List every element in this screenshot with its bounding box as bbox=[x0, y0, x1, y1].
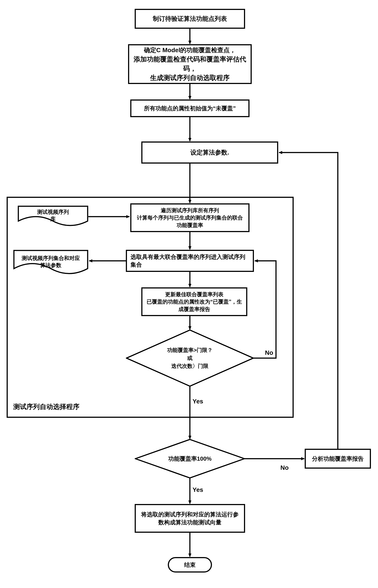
label-d2-yes: Yes bbox=[192, 486, 203, 493]
n5-text: 遍历测试序列库所有序列 计算每个序列与已生成的测试序列集合的联合功能覆盖率 bbox=[135, 207, 245, 229]
n2-line-1: 添加功能覆盖检查代码和覆盖率评估代码， bbox=[133, 55, 247, 73]
node-update-report: 更新最佳联合覆盖率列表 已覆盖的功能点的属性改为“已覆盖”，生成覆盖率报告 bbox=[141, 287, 247, 316]
n2-line-0: 确定C Model的功能覆盖检查点， bbox=[133, 46, 247, 54]
container-label: 测试序列自动选择程序 bbox=[13, 402, 80, 411]
n5-line-0: 遍历测试序列库所有序列 bbox=[135, 207, 245, 214]
terminator-end: 结束 bbox=[168, 557, 212, 573]
node-build-vector: 将选取的测试序列和对应的算法运行参数构成算法功能测试向量 bbox=[135, 504, 245, 533]
node-make-list: 制订待验证算法功能点列表 bbox=[135, 9, 245, 29]
doc-sequence-set: 测试视频序列集合和对应算法参数 bbox=[13, 250, 88, 276]
d1-line-0: 功能覆盖率>门限？ bbox=[167, 346, 213, 354]
label-d2-no: No bbox=[280, 464, 289, 471]
node-cmodel-text: 确定C Model的功能覆盖检查点， 添加功能覆盖检查代码和覆盖率评估代码， 生… bbox=[133, 46, 247, 82]
doc1-text: 测试视频序列库 bbox=[35, 208, 71, 223]
decision-threshold: 功能覆盖率>门限？ 或 迭代次数〉门限 bbox=[126, 329, 254, 387]
label-d1-yes: Yes bbox=[192, 398, 203, 405]
decision-100pct: 功能覆盖率100% bbox=[135, 439, 245, 479]
n2-line-2: 生成测试序列自动选取程序 bbox=[133, 73, 247, 83]
node-analyze-report: 分析功能覆盖率报告 bbox=[305, 449, 371, 469]
n7-text: 更新最佳联合覆盖率列表 已覆盖的功能点的属性改为“已覆盖”，生成覆盖率报告 bbox=[146, 291, 243, 313]
n7-line-0: 更新最佳联合覆盖率列表 bbox=[146, 291, 243, 298]
doc2-text: 测试视频序列集合和对应算法参数 bbox=[20, 255, 82, 269]
node-select-max: 选取具有最大联合覆盖率的序列进入测试序列集合 bbox=[126, 250, 254, 272]
node-set-params: 设定算法参数. bbox=[141, 142, 278, 164]
doc-sequence-lib: 测试视频序列库 bbox=[18, 206, 88, 228]
n7-line-1: 已覆盖的功能点的属性改为“已覆盖”，生成覆盖率报告 bbox=[146, 298, 243, 313]
d1-line-1: 或 bbox=[167, 354, 213, 362]
node-init-uncovered: 所有功能点的属性初始值为“未覆盖” bbox=[130, 100, 249, 117]
d2-text: 功能覆盖率100% bbox=[168, 455, 212, 463]
node-traverse: 遍历测试序列库所有序列 计算每个序列与已生成的测试序列集合的联合功能覆盖率 bbox=[130, 203, 249, 232]
label-d1-no: No bbox=[265, 349, 273, 356]
d1-line-2: 迭代次数〉门限 bbox=[167, 362, 213, 370]
node-cmodel-setup: 确定C Model的功能覆盖检查点， 添加功能覆盖检查代码和覆盖率评估代码， 生… bbox=[128, 44, 252, 84]
n5-line-1: 计算每个序列与已生成的测试序列集合的联合功能覆盖率 bbox=[135, 214, 245, 229]
